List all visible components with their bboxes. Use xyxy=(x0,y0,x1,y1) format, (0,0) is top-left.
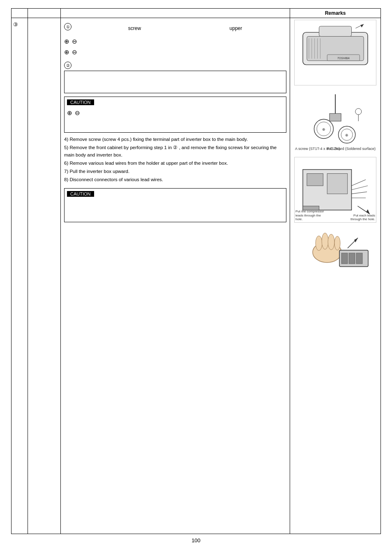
caution-box1: CAUTION ⊕ ⊖ xyxy=(64,97,286,133)
svg-text:TOSHIBA: TOSHIBA xyxy=(337,57,350,60)
remark-img2-caption2: P.C. board (Soldered surface) xyxy=(327,147,376,151)
remark-img2: ⊕ ⊕ A screw (ST1T-4 x 8MSZN) P.C. board … xyxy=(294,90,376,152)
minus2: ⊖ xyxy=(72,48,77,56)
svg-line-25 xyxy=(352,180,366,186)
step1-header: ① screw upper xyxy=(64,21,286,34)
remark-img1: TOSHIBA xyxy=(294,20,376,85)
upper-label: upper xyxy=(230,25,242,31)
step2-circle: ② xyxy=(64,62,71,69)
svg-line-26 xyxy=(352,186,368,190)
remarks-column: TOSHIBA ⊕ xyxy=(290,18,380,534)
screw-label: screw xyxy=(128,25,141,31)
svg-rect-23 xyxy=(307,174,323,186)
caution-label1: CAUTION xyxy=(67,99,94,105)
step2-section: ② xyxy=(64,60,286,93)
svg-point-20 xyxy=(355,108,362,115)
step1-circle: ① xyxy=(64,23,71,30)
steps-list: 4) Remove screw (screw 4 pcs.) fixing th… xyxy=(64,136,286,185)
step7-text: 7) Pull the inverter box upward. xyxy=(64,168,286,175)
svg-rect-9 xyxy=(319,26,352,37)
svg-point-33 xyxy=(316,236,322,251)
table-row: ③ ① screw upper ⊕ ⊖ xyxy=(12,18,380,534)
svg-point-36 xyxy=(334,236,340,250)
remark-img4 xyxy=(294,228,376,281)
pm-row1: ⊕ ⊖ xyxy=(64,37,286,46)
svg-line-27 xyxy=(352,192,367,194)
step4-text: 4) Remove screw (screw 4 pcs.) fixing th… xyxy=(64,136,286,143)
remark-img3-caption2: Put each leads through the hole. xyxy=(350,214,375,221)
header-num xyxy=(12,9,28,18)
info-box1 xyxy=(64,71,286,93)
step5-text: 5) Remove the front cabinet by performin… xyxy=(64,144,286,159)
caution-label2: CAUTION xyxy=(67,191,94,197)
pm-row2: ⊕ ⊖ xyxy=(64,48,286,57)
plus2: ⊕ xyxy=(64,48,69,56)
plus3: ⊕ xyxy=(67,109,72,117)
header-content xyxy=(61,9,290,18)
svg-point-34 xyxy=(322,233,328,249)
row-number: ③ xyxy=(12,18,28,534)
svg-text:⊕: ⊕ xyxy=(322,127,325,131)
remark-img3: Put the compressor leads through the hol… xyxy=(294,157,376,223)
svg-rect-24 xyxy=(327,174,347,194)
minus1: ⊖ xyxy=(72,38,77,45)
row-name xyxy=(28,18,61,534)
svg-rect-13 xyxy=(330,113,341,121)
minus3: ⊖ xyxy=(75,109,80,117)
svg-rect-38 xyxy=(341,253,348,264)
svg-marker-42 xyxy=(354,238,358,242)
step8-text: 8) Disconnect connectors of various lead… xyxy=(64,176,286,183)
table-header: Remarks xyxy=(12,9,380,18)
svg-rect-40 xyxy=(356,253,362,264)
step2-header: ② xyxy=(64,60,286,71)
row-content: ① screw upper ⊕ ⊖ ⊕ ⊖ xyxy=(61,18,290,534)
header-name xyxy=(28,9,61,18)
header-remarks: Remarks xyxy=(290,9,380,18)
caution-box2: CAUTION xyxy=(64,188,286,222)
svg-marker-11 xyxy=(360,24,364,28)
plus1: ⊕ xyxy=(64,38,69,45)
svg-text:⊕: ⊕ xyxy=(345,133,348,137)
svg-rect-39 xyxy=(349,253,355,264)
svg-point-35 xyxy=(328,234,334,250)
step6-text: 6) Remove various lead wires from the ho… xyxy=(64,160,286,167)
page-number: 100 xyxy=(188,534,204,547)
pm-row3: ⊕ ⊖ xyxy=(67,108,284,117)
remark-img3-caption1: Put the compressor leads through the hol… xyxy=(295,210,324,221)
